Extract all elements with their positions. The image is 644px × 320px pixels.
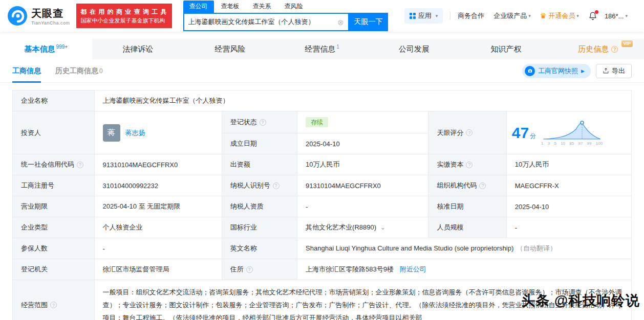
industry-value: 其他文化艺术业(R8890) ⌄ bbox=[297, 217, 428, 238]
field-label: 登记状态 ? bbox=[222, 111, 297, 133]
label-text: 统一社会信用代码 bbox=[21, 160, 74, 169]
grid-icon bbox=[410, 13, 416, 19]
industry-text: 其他文化艺术业(R8890) bbox=[306, 223, 376, 231]
search-input[interactable] bbox=[188, 18, 337, 26]
export-label: 导出 bbox=[612, 66, 625, 76]
slogan-line2: 国家中小企业发展子基金旗下机构 bbox=[81, 16, 167, 25]
table-row: 企业类型 个人独资企业 国标行业 其他文化艺术业(R8890) ⌄ 人员规模 - bbox=[13, 217, 632, 238]
vip-badge: VIP bbox=[621, 40, 633, 47]
reg-number-value: 310104000992232 bbox=[94, 175, 222, 196]
snapshot-label: 工商官网快照 bbox=[538, 66, 578, 76]
search-tab-company[interactable]: 查公司 bbox=[183, 1, 214, 13]
business-info-table: 企业名称 上海鎏麒映画文化传媒工作室（个人独资） 投资人 蒋 蒋志扬 登记状态 … bbox=[12, 90, 632, 320]
address-value: 上海市徐汇区零陵路583号9楼 附近公司 bbox=[297, 259, 632, 280]
notification-dot bbox=[595, 10, 598, 14]
tab-label: 基本信息 bbox=[25, 44, 55, 54]
slogan-line1: 都 在 用 的 商 业 查 询 工 具 bbox=[81, 7, 167, 16]
est-date-value: 2025-04-10 bbox=[297, 133, 428, 154]
capital-value: 10万人民币 bbox=[297, 154, 428, 175]
brand-name: 天眼查 bbox=[31, 7, 70, 20]
tab-legal-proceedings[interactable]: 法律诉讼 bbox=[92, 39, 184, 59]
help-icon[interactable]: ? bbox=[479, 182, 486, 189]
brand-domain: TianYanCha.com bbox=[31, 20, 70, 26]
investor-name-link[interactable]: 蒋志扬 bbox=[125, 128, 145, 138]
tab-intellectual-property[interactable]: 知识产权 bbox=[460, 39, 552, 59]
notifications-bell[interactable] bbox=[588, 11, 597, 20]
search-tabs: 查公司 查老板 查关系 查风险 bbox=[183, 1, 388, 13]
investor-avatar[interactable]: 蒋 bbox=[103, 124, 120, 142]
table-row: 投资人 蒋 蒋志扬 登记状态 ? 存续 天眼评分 ? bbox=[13, 111, 632, 133]
search-tab-risk[interactable]: 查风险 bbox=[278, 1, 309, 13]
search-button[interactable]: 天眼一下 bbox=[349, 13, 388, 31]
subtab-history-business-info[interactable]: 历史工商信息 0 bbox=[55, 59, 103, 83]
label-text: 登记状态 bbox=[230, 118, 257, 127]
org-code-value: MAEGCFFR-X bbox=[506, 175, 631, 196]
tab-count: 1 bbox=[336, 44, 339, 50]
field-label: 登记机关 bbox=[13, 259, 95, 280]
field-label: 组织机构代码 ? bbox=[428, 175, 506, 196]
tianyan-score-value: 47分 bbox=[512, 124, 536, 142]
field-label: 人员规模 bbox=[428, 217, 506, 238]
taxpayer-quality-value: - bbox=[297, 196, 428, 217]
help-icon[interactable]: ? bbox=[77, 162, 83, 168]
subtab-label: 历史工商信息 bbox=[55, 66, 98, 76]
enterprise-label: 企业级产品 bbox=[493, 11, 527, 20]
help-icon[interactable]: ? bbox=[246, 266, 253, 273]
label-text: 天眼评分 bbox=[437, 128, 463, 138]
tianyancha-logo-icon bbox=[7, 6, 28, 26]
reg-status-value: 存续 bbox=[297, 111, 428, 133]
caret-down-icon: ▾ bbox=[576, 13, 579, 18]
help-icon[interactable]: ? bbox=[260, 119, 266, 126]
apps-label: 应用 bbox=[418, 11, 432, 20]
label-text: 经营范围 bbox=[21, 301, 48, 310]
staff-size-value: - bbox=[506, 217, 631, 238]
english-name-text: Shanghai Liuqi Yinghua Culture and Media… bbox=[306, 244, 513, 252]
nav-business-cooperation[interactable]: 商务合作 bbox=[458, 11, 484, 20]
approval-date-value: 2025-04-10 bbox=[506, 196, 631, 217]
tab-history-info[interactable]: 历史信息 ? VIP bbox=[552, 39, 644, 59]
field-label: 纳税人识别号 ? bbox=[222, 175, 297, 196]
investor-cell: 蒋 蒋志扬 bbox=[94, 111, 222, 154]
help-icon[interactable]: ? bbox=[50, 302, 57, 308]
nearby-companies-link[interactable]: 附近公司 bbox=[400, 265, 426, 273]
export-button[interactable]: 导出 bbox=[596, 64, 632, 78]
tab-operating-info[interactable]: 经营信息 1 bbox=[276, 39, 368, 59]
score-cell[interactable]: 47分 13 510 8597 99100 bbox=[506, 111, 631, 154]
tab-operating-risk[interactable]: 经营风险 bbox=[184, 39, 276, 59]
chevron-down-icon[interactable]: ⌄ bbox=[380, 224, 385, 231]
clear-icon[interactable]: ⊗ bbox=[337, 18, 344, 26]
apps-menu[interactable]: 应用 ▾ bbox=[404, 8, 443, 24]
field-label: 实缴资本 ? bbox=[428, 154, 506, 175]
account-phone[interactable]: 186*... ▾ bbox=[605, 12, 628, 20]
taxpayer-id-value: 91310104MAEGCFFRX0 bbox=[297, 175, 428, 196]
search-tab-boss[interactable]: 查老板 bbox=[215, 1, 246, 13]
paid-capital-value: 10万人民币 bbox=[506, 154, 631, 175]
toolbar-actions: 工商官网快照 ▶ 导出 bbox=[522, 64, 632, 78]
tab-company-development[interactable]: 公司发展 bbox=[368, 39, 460, 59]
reg-authority-value: 徐汇区市场监督管理局 bbox=[94, 259, 222, 280]
tab-label: 经营信息 bbox=[305, 44, 335, 54]
field-label: 成立日期 bbox=[222, 133, 297, 154]
nav-enterprise-products[interactable]: 企业级产品 ▾ bbox=[493, 11, 531, 20]
nav-open-vip[interactable]: ♛ 开通会员 ▾ bbox=[540, 11, 579, 20]
label-text: 组织机构代码 bbox=[437, 181, 477, 190]
help-icon[interactable]: ? bbox=[611, 46, 618, 53]
tab-basic-info[interactable]: 基本信息 999+ bbox=[0, 39, 92, 59]
tianyancha-logo[interactable]: 天眼查 TianYanCha.com bbox=[7, 6, 70, 26]
subtab-business-info[interactable]: 工商信息 bbox=[12, 59, 41, 83]
header: 天眼查 TianYanCha.com 都 在 用 的 商 业 查 询 工 具 国… bbox=[0, 0, 644, 32]
field-label: 营业期限 bbox=[13, 196, 95, 217]
help-icon[interactable]: ? bbox=[466, 129, 473, 136]
arrow-right-icon: ▶ bbox=[581, 68, 585, 74]
table-row: 工商注册号 310104000992232 纳税人识别号 ? 91310104M… bbox=[13, 175, 632, 196]
search-tab-relations[interactable]: 查关系 bbox=[247, 1, 277, 13]
official-snapshot-button[interactable]: 工商官网快照 ▶ bbox=[522, 64, 591, 78]
field-label: 企业类型 bbox=[13, 217, 95, 238]
table-row: 登记机关 徐汇区市场监督管理局 住所 ? 上海市徐汇区零陵路583号9楼 附近公… bbox=[13, 259, 632, 280]
search-box[interactable]: ⊗ bbox=[183, 13, 349, 31]
score-curve bbox=[541, 120, 603, 141]
help-icon[interactable]: ? bbox=[273, 182, 280, 189]
company-type-value: 个人独资企业 bbox=[94, 217, 222, 238]
help-icon[interactable]: ? bbox=[466, 162, 473, 168]
crown-icon: ♛ bbox=[540, 12, 547, 20]
